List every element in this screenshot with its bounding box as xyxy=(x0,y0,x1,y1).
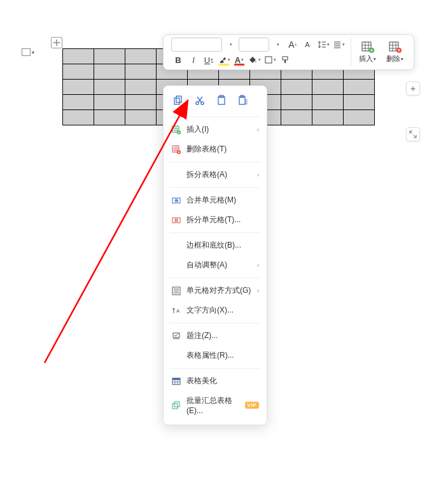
expand-button[interactable] xyxy=(406,127,420,141)
bold-button[interactable]: B xyxy=(171,53,185,67)
border-button[interactable]: ▾ xyxy=(263,53,277,67)
chevron-right-icon: › xyxy=(257,262,259,269)
italic-button[interactable]: I xyxy=(186,53,200,67)
insert-icon xyxy=(171,125,181,135)
highlight-button[interactable]: ▾ xyxy=(217,53,231,67)
caption-icon xyxy=(171,331,181,341)
delete-table-icon xyxy=(171,145,181,155)
insert-big-button[interactable]: 插入▾ xyxy=(356,39,379,65)
delete-big-button[interactable]: 删除▾ xyxy=(384,39,406,65)
svg-rect-21 xyxy=(177,218,180,223)
width-indicator[interactable]: ▾ xyxy=(22,48,34,56)
align-button[interactable]: ▾ xyxy=(332,38,346,52)
font-name-dropdown[interactable]: ▾ xyxy=(223,38,237,52)
svg-rect-20 xyxy=(172,218,176,223)
menu-table-beautify[interactable]: 表格美化 xyxy=(164,371,267,391)
menu-delete-table[interactable]: 删除表格(T) xyxy=(164,139,267,159)
format-painter-button[interactable] xyxy=(278,53,292,67)
floating-toolbar: ▾ ▾ A+ A- ▾ ▾ B I U▾ ▾ A xyxy=(163,34,414,70)
chevron-right-icon: › xyxy=(257,171,259,178)
font-size-dropdown[interactable]: ▾ xyxy=(270,38,284,52)
menu-borders-shading[interactable]: 边框和底纹(B)... xyxy=(164,236,267,255)
svg-rect-1 xyxy=(283,57,288,60)
chevron-right-icon: › xyxy=(257,287,259,294)
fill-color-button[interactable]: ▾ xyxy=(248,53,262,67)
menu-merge-cells[interactable]: 合并单元格(M) xyxy=(164,190,267,210)
merge-icon xyxy=(171,195,181,206)
font-name-input[interactable] xyxy=(171,38,222,52)
svg-rect-28 xyxy=(174,402,179,407)
svg-rect-0 xyxy=(265,57,272,63)
chevron-right-icon: › xyxy=(257,126,259,133)
menu-caption[interactable]: 题注(Z)... xyxy=(164,326,267,346)
menu-insert[interactable]: 插入(I) › xyxy=(164,120,267,139)
text-dir-icon: A xyxy=(171,306,181,316)
align-icon xyxy=(171,286,181,296)
menu-text-direction[interactable]: A 文字方向(X)... xyxy=(164,300,267,320)
menu-cell-alignment[interactable]: 单元格对齐方式(G) › xyxy=(164,281,267,300)
paste-icon[interactable] xyxy=(214,94,228,108)
menu-auto-fit[interactable]: 自动调整(A) › xyxy=(164,255,267,275)
svg-rect-6 xyxy=(174,98,179,104)
font-color-button[interactable]: A ▾ xyxy=(232,53,246,67)
delete-table-icon xyxy=(388,41,402,53)
svg-rect-26 xyxy=(172,378,180,380)
copy-icon[interactable] xyxy=(171,94,185,108)
split-icon xyxy=(171,215,181,225)
beautify-icon xyxy=(171,376,181,386)
underline-button[interactable]: U▾ xyxy=(202,53,216,67)
vip-badge: VIP xyxy=(245,402,259,409)
menu-table-properties[interactable]: 表格属性(R)... xyxy=(164,346,267,365)
line-spacing-button[interactable]: ▾ xyxy=(316,38,330,52)
menu-batch-summary[interactable]: 批量汇总表格(E)... VIP xyxy=(164,391,267,420)
svg-rect-7 xyxy=(176,96,181,102)
menu-split-table[interactable]: 拆分表格(A) › xyxy=(164,165,267,185)
menu-split-cells[interactable]: 拆分单元格(T)... xyxy=(164,210,267,230)
table-move-handle[interactable] xyxy=(51,37,62,48)
decrease-font-button[interactable]: A- xyxy=(301,38,315,52)
svg-rect-10 xyxy=(218,97,225,104)
paste-special-icon[interactable] xyxy=(236,94,250,108)
svg-rect-12 xyxy=(239,97,245,104)
svg-text:A: A xyxy=(176,308,180,314)
font-size-input[interactable] xyxy=(239,38,269,52)
cut-icon[interactable] xyxy=(193,94,207,108)
svg-rect-27 xyxy=(172,404,178,409)
context-menu: 插入(I) › 删除表格(T) 拆分表格(A) › 合并单元格(M) 拆分单元格… xyxy=(163,85,267,425)
add-column-button[interactable]: + xyxy=(406,81,420,95)
increase-font-button[interactable]: A+ xyxy=(286,38,300,52)
insert-table-icon xyxy=(361,41,375,53)
batch-icon xyxy=(171,400,181,411)
